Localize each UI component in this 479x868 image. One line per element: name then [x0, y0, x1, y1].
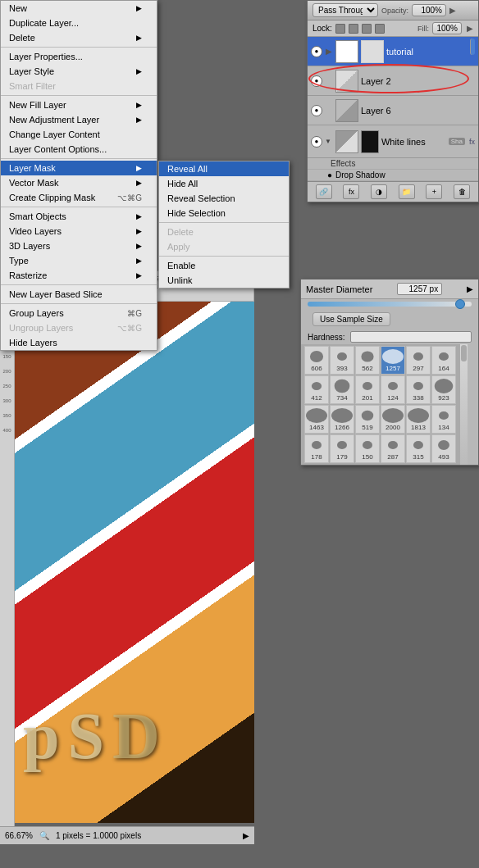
brush-arrow[interactable]: ▶	[467, 284, 473, 293]
brush-cell-124[interactable]: 124	[381, 375, 405, 404]
submenu-hide-all[interactable]: Hide All	[159, 176, 289, 191]
menu-item-vector-mask[interactable]: Vector Mask ▶	[1, 175, 157, 190]
canvas-area: TUT10.psd @ 66.7% 0 50 100 150 200 250 3…	[0, 270, 254, 844]
svg-point-13	[331, 408, 353, 423]
fx-icon-bottom[interactable]: fx	[343, 184, 359, 199]
folder-icon-bottom[interactable]: 📁	[399, 184, 415, 199]
menu-item-layer-mask[interactable]: Layer Mask ▶	[1, 161, 157, 175]
canvas-statusbar: 66.67% 🔍 1 pixels = 1.0000 pixels ▶	[0, 826, 254, 844]
menu-item-new-adjustment-layer[interactable]: New Adjustment Layer ▶	[1, 112, 157, 127]
menu-item-delete[interactable]: Delete ▶	[1, 30, 157, 45]
submenu-enable[interactable]: Enable	[159, 258, 289, 273]
delete-icon-bottom[interactable]: 🗑	[454, 184, 470, 199]
brush-cell-519[interactable]: 519	[355, 405, 380, 434]
layer-row-white-lines[interactable]: ● ▼ White lines Sha fx	[308, 125, 478, 158]
brush-cell-412[interactable]: 412	[304, 375, 329, 404]
submenu-apply[interactable]: Apply	[159, 239, 289, 254]
submenu-unlink[interactable]: Unlink	[159, 273, 289, 288]
eye-icon-white-lines[interactable]: ●	[311, 136, 322, 148]
menu-item-hide-layers[interactable]: Hide Layers	[1, 335, 157, 350]
layer-row-2[interactable]: ● Layer 2	[308, 66, 478, 96]
menu-item-create-clipping-mask[interactable]: Create Clipping Mask ⌥⌘G	[1, 190, 157, 205]
use-sample-size-button[interactable]: Use Sample Size	[312, 312, 390, 326]
brush-cell-201[interactable]: 201	[355, 375, 380, 404]
brush-cell-1463[interactable]: 1463	[304, 405, 329, 434]
submenu-reveal-all[interactable]: Reveal All	[159, 161, 289, 176]
menu-item-new[interactable]: New ▶	[1, 1, 157, 16]
scrollbar-thumb[interactable]	[461, 345, 467, 361]
hardness-input[interactable]	[350, 331, 472, 343]
brush-cell-315[interactable]: 315	[406, 434, 431, 463]
brush-cell-178[interactable]: 178	[304, 434, 329, 463]
brush-scrollbar[interactable]	[459, 344, 468, 465]
lock-icon-3[interactable]	[362, 24, 372, 34]
layer-row-6[interactable]: ● Layer 6	[308, 96, 478, 125]
fill-field[interactable]: 100%	[432, 22, 462, 34]
brush-cell-164[interactable]: 164	[431, 346, 456, 375]
brush-cell-562[interactable]: 562	[355, 346, 380, 375]
menu-item-type[interactable]: Type ▶	[1, 253, 157, 268]
brush-cell-2000[interactable]: 2000	[381, 405, 405, 434]
menu-item-layer-content-options[interactable]: Layer Content Options...	[1, 142, 157, 157]
brush-cell-606[interactable]: 606	[304, 346, 329, 375]
brush-cell-338[interactable]: 338	[406, 375, 431, 404]
brush-num-338: 338	[413, 394, 423, 402]
menu-item-group-layers[interactable]: Group Layers ⌘G	[1, 306, 157, 320]
submenu-delete[interactable]: Delete	[159, 225, 289, 239]
brush-cell-734[interactable]: 734	[330, 375, 354, 404]
layers-panel: Pass Through Normal Multiply Opacity: 10…	[307, 0, 479, 202]
brush-diameter-input[interactable]	[397, 283, 442, 295]
brush-cell-493[interactable]: 493	[431, 434, 456, 463]
submenu-hide-selection[interactable]: Hide Selection	[159, 206, 289, 220]
brush-cell-1266[interactable]: 1266	[330, 405, 354, 434]
layer-row-tutorial[interactable]: ● ▶ tutorial	[308, 37, 478, 66]
brush-cell-297[interactable]: 297	[406, 346, 431, 375]
new-layer-icon-bottom[interactable]: +	[426, 184, 442, 199]
menu-item-ungroup-layers[interactable]: Ungroup Layers ⌥⌘G	[1, 320, 157, 335]
expand-arrow-white-lines[interactable]: ▼	[325, 138, 331, 145]
lock-icon-2[interactable]	[349, 24, 358, 34]
separator-5	[1, 284, 157, 285]
nav-arrow[interactable]: ▶	[243, 831, 249, 840]
menu-item-layer-properties[interactable]: Layer Properties...	[1, 49, 157, 64]
opacity-field[interactable]: 100%	[412, 4, 446, 16]
menu-item-layer-style[interactable]: Layer Style ▶	[1, 64, 157, 79]
brush-preview-179	[331, 437, 354, 453]
panel-arrow[interactable]: ▶	[449, 6, 456, 15]
zoom-icon[interactable]: 🔍	[39, 831, 49, 840]
brush-cell-1257[interactable]: 1257	[381, 346, 405, 375]
canvas-content[interactable]: p S D	[15, 302, 254, 823]
brush-cell-287[interactable]: 287	[381, 434, 405, 463]
lock-icon-4[interactable]	[375, 24, 385, 34]
brush-cell-179[interactable]: 179	[330, 434, 354, 463]
menu-item-3d-layers[interactable]: 3D Layers ▶	[1, 239, 157, 253]
adjust-icon-bottom[interactable]: ◑	[371, 184, 387, 199]
brush-cell-150[interactable]: 150	[355, 434, 380, 463]
fill-arrow[interactable]: ▶	[467, 24, 473, 33]
menu-item-rasterize[interactable]: Rasterize ▶	[1, 268, 157, 283]
eye-icon-2[interactable]: ●	[311, 75, 322, 87]
brush-preview-519	[356, 407, 379, 424]
diameter-slider[interactable]	[308, 302, 472, 307]
blend-mode-select[interactable]: Pass Through Normal Multiply	[312, 3, 378, 17]
brush-cell-393[interactable]: 393	[330, 346, 354, 375]
menu-item-duplicate[interactable]: Duplicate Layer...	[1, 16, 157, 30]
eye-icon-drop-shadow[interactable]: ●	[327, 170, 332, 180]
brush-cell-1813[interactable]: 1813	[406, 405, 431, 434]
brush-cell-923[interactable]: 923	[431, 375, 456, 404]
brush-preview-338	[407, 378, 430, 394]
eye-icon-6[interactable]: ●	[311, 105, 322, 116]
brush-num-412: 412	[311, 394, 322, 402]
submenu-reveal-selection[interactable]: Reveal Selection	[159, 191, 289, 206]
diameter-slider-thumb[interactable]	[455, 299, 465, 309]
menu-item-video-layers[interactable]: Video Layers ▶	[1, 224, 157, 239]
menu-item-change-layer-content[interactable]: Change Layer Content	[1, 127, 157, 142]
link-icon-bottom[interactable]: 🔗	[316, 184, 332, 199]
brush-cell-134[interactable]: 134	[431, 405, 456, 434]
menu-item-new-fill-layer[interactable]: New Fill Layer ▶	[1, 98, 157, 112]
menu-item-new-layer-based-slice[interactable]: New Layer Based Slice	[1, 287, 157, 302]
eye-icon-tutorial[interactable]: ●	[311, 46, 322, 57]
lock-icon-1[interactable]	[335, 24, 345, 34]
menu-item-smart-objects[interactable]: Smart Objects ▶	[1, 209, 157, 224]
menu-item-smart-filter[interactable]: Smart Filter	[1, 79, 157, 93]
